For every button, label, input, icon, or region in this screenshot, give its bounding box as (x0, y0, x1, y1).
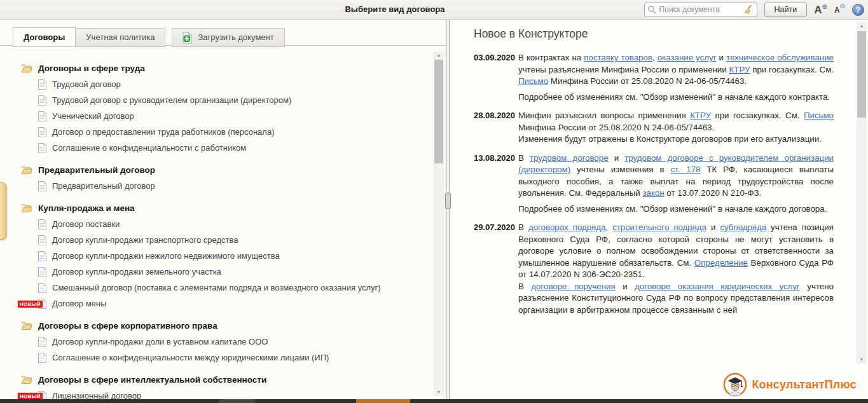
document-icon (38, 127, 46, 137)
news-entry-date: 28.08.2020 (474, 110, 518, 146)
tree-item[interactable]: Смешанный договор (поставка с элементами… (21, 280, 432, 296)
top-bar: Выберите вид договора Найти A⊕ A⊖ ? (0, 0, 868, 20)
tree-scrollbar[interactable]: ▲ ▼ (434, 51, 444, 396)
tree-item-label: Трудовой договор (52, 79, 121, 89)
news-link[interactable]: трудовом договоре (530, 153, 609, 163)
news-scrollbar[interactable]: ▲ ▼ (857, 22, 867, 364)
news-paragraph: В трудовом договоре и трудовом договоре … (518, 153, 834, 200)
tree-item[interactable]: Договор купли-продажи доли в уставном ка… (21, 334, 432, 350)
contract-tree: Договоры в сфере трудаТрудовой договорТр… (0, 46, 432, 399)
font-increase-icon[interactable]: A⊕ (814, 4, 827, 15)
news-link[interactable]: субподряда (720, 222, 766, 232)
news-link[interactable]: закон (642, 188, 664, 198)
tree-item[interactable]: Договор купли-продажи транспортного сред… (21, 232, 432, 248)
news-entry: 28.08.2020Минфин разъяснил вопросы приме… (474, 110, 834, 146)
splitter-handle[interactable] (445, 193, 451, 209)
tree-item[interactable]: Договор о предоставлении труда работнико… (21, 124, 432, 140)
tree-item-label: Договор о предоставлении труда работнико… (52, 127, 274, 137)
tree-item-label: Договор купли-продажи нежилого недвижимо… (52, 251, 280, 261)
side-flyout-handle[interactable] (0, 182, 6, 240)
taskbar-segment (356, 399, 410, 403)
news-link[interactable]: КТРУ (690, 111, 711, 120)
tree-item[interactable]: Договор поставки (21, 216, 432, 232)
tree-item[interactable]: Соглашение о конфиденциальности с работн… (21, 140, 432, 156)
news-link[interactable]: оказание услуг (658, 53, 717, 62)
tree-item-label: Договор купли-продажи транспортного сред… (52, 235, 238, 245)
topbar-controls: Найти A⊕ A⊖ ? (644, 2, 864, 17)
font-decrease-icon[interactable]: A⊖ (834, 4, 845, 15)
contracts-panel: ДоговорыУчетная политикаЗагрузить докуме… (0, 20, 446, 399)
tree-item[interactable]: Трудовой договор с руководителем организ… (21, 92, 432, 108)
tree-item[interactable]: НОВЫЙЛицензионный договор (21, 388, 432, 399)
news-link[interactable]: договоре поручения (531, 282, 615, 291)
news-link[interactable]: техническое обслуживание (726, 53, 834, 62)
news-link[interactable]: Письмо (518, 76, 548, 86)
consultantplus-logo: КонсультантПлюс (723, 372, 857, 397)
scrollbar-thumb[interactable] (857, 31, 866, 118)
new-badge: НОВЫЙ (18, 301, 43, 308)
panel-splitter[interactable] (446, 20, 450, 399)
tree-section-header[interactable]: Договоры в сфере интеллектуальной собств… (21, 372, 432, 388)
news-entry: 03.09.2020В контрактах на поставку товар… (474, 52, 834, 103)
news-link[interactable]: договорах подряда (528, 222, 606, 232)
tree-item[interactable]: Соглашение о конфиденциальности между юр… (21, 350, 432, 365)
news-entry-date: 29.07.2020 (474, 222, 518, 316)
tab-zagruzit-dokument[interactable]: Загрузить документ (172, 28, 284, 47)
tree-item[interactable]: Договор купли-продажи земельного участка (21, 264, 432, 280)
news-link[interactable]: строительного подряда (612, 222, 706, 232)
add-document-icon (183, 32, 193, 44)
document-icon (38, 111, 46, 121)
tree-section-header[interactable]: Предварительный договор (21, 162, 432, 178)
tree-item-label: Смешанный договор (поставка с элементами… (52, 283, 381, 292)
news-entry-date: 13.08.2020 (474, 153, 518, 215)
tree-item-label: Трудовой договор с руководителем организ… (52, 95, 291, 105)
scroll-down-icon[interactable]: ▼ (434, 388, 444, 396)
logo-text: КонсультантПлюс (752, 378, 857, 392)
scholar-logo-icon (723, 372, 747, 397)
document-icon (38, 143, 46, 153)
news-link[interactable]: поставку товаров (584, 53, 652, 62)
news-link[interactable]: ст. 178 (670, 165, 700, 174)
news-entry-body: Минфин разъяснил вопросы применения КТРУ… (518, 110, 834, 146)
news-paragraph: Минфин разъяснил вопросы применения КТРУ… (518, 110, 834, 133)
tree-item[interactable]: Предварительный договор (21, 178, 432, 194)
tree-item-label: Ученический договор (52, 111, 134, 121)
scroll-up-icon[interactable]: ▲ (434, 51, 444, 59)
folder-icon (21, 203, 32, 213)
tree-section-title: Предварительный договор (38, 165, 155, 175)
news-link[interactable]: договоре оказания юридических услуг (635, 282, 800, 291)
tree-item-label: Договор поставки (52, 219, 120, 229)
tree-item[interactable]: Договор купли-продажи нежилого недвижимо… (21, 248, 432, 264)
tab-dogovory[interactable]: Договоры (13, 27, 76, 47)
tree-item-label: Договор мены (52, 299, 106, 308)
news-link[interactable]: КТРУ (729, 65, 750, 74)
news-link[interactable]: Письмо (804, 111, 834, 120)
search-icon (647, 5, 656, 14)
search-input[interactable] (658, 4, 744, 15)
scroll-up-icon[interactable]: ▲ (857, 22, 867, 30)
document-icon (38, 251, 46, 261)
tab-uchetnaya-politika[interactable]: Учетная политика (76, 28, 165, 47)
find-button[interactable]: Найти (764, 3, 808, 17)
tree-section-header[interactable]: Договоры в сфере труда (21, 60, 432, 76)
news-title: Новое в Конструкторе (474, 27, 834, 41)
news-link[interactable]: Определение (694, 258, 748, 268)
clear-search-icon[interactable] (744, 4, 754, 15)
news-paragraph: В контрактах на поставку товаров, оказан… (518, 52, 834, 88)
tree-item[interactable]: Ученический договор (21, 108, 432, 124)
scroll-down-icon[interactable]: ▼ (857, 356, 867, 364)
news-paragraph: В договорах подряда, строительного подря… (518, 222, 834, 281)
help-icon[interactable]: ? (852, 4, 864, 16)
tab-label: Учетная политика (86, 29, 155, 46)
tab-label: Загрузить документ (198, 29, 273, 46)
tree-section-header[interactable]: Договоры в сфере корпоративного права (21, 318, 432, 334)
tree-section-title: Договоры в сфере труда (38, 64, 145, 73)
tree-section: Договоры в сфере трудаТрудовой договорТр… (21, 60, 432, 156)
search-box (644, 3, 757, 17)
tree-item[interactable]: Трудовой договор (21, 76, 432, 92)
tree-section-header[interactable]: Купля-продажа и мена (21, 200, 432, 216)
scrollbar-thumb[interactable] (434, 60, 443, 163)
tree-item[interactable]: НОВЫЙДоговор мены (21, 296, 432, 311)
tree-item-label: Договор купли-продажи земельного участка (52, 267, 221, 277)
news-entry-body: В контрактах на поставку товаров, оказан… (518, 52, 834, 103)
